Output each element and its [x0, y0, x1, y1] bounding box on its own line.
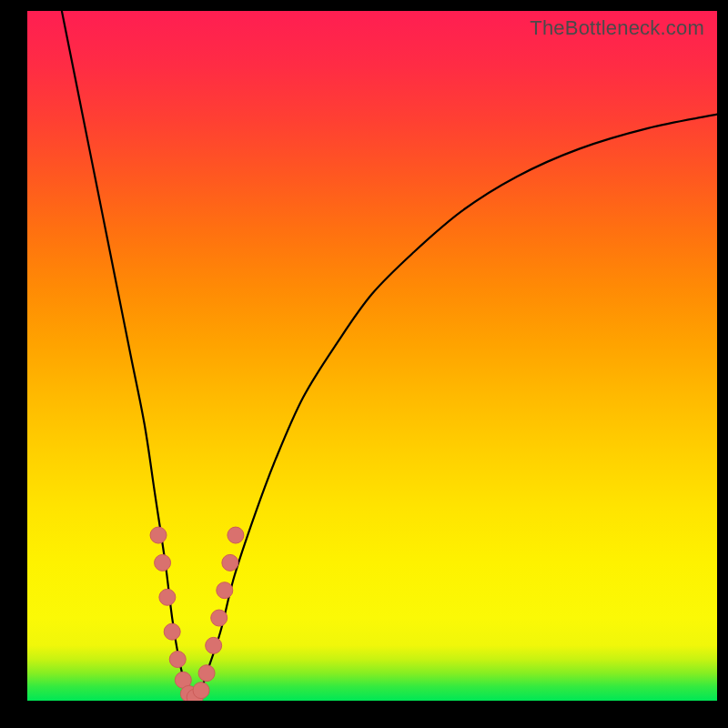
sample-dot [198, 665, 215, 682]
sample-dot [169, 652, 186, 668]
sample-dot [228, 527, 244, 543]
sample-dot [222, 554, 238, 571]
sample-dot [217, 582, 233, 599]
sample-dot [211, 610, 228, 626]
sample-dot [155, 554, 171, 571]
sample-dot [193, 682, 209, 699]
chart-frame: TheBottleneck.com [0, 0, 728, 728]
sample-dot [150, 527, 167, 543]
sample-dot [159, 589, 176, 605]
plot-area: TheBottleneck.com [27, 11, 717, 701]
sample-dot [164, 623, 180, 640]
bottleneck-curve [27, 11, 717, 701]
sample-dot [206, 637, 222, 653]
